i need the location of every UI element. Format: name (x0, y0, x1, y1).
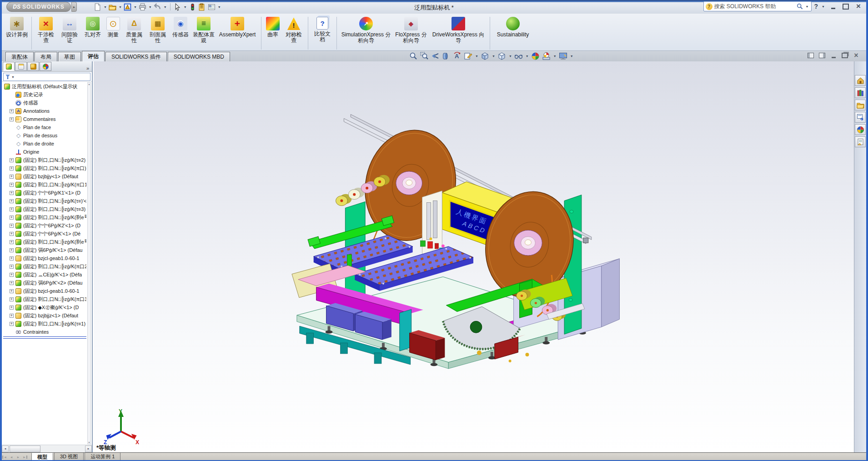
last-study-icon[interactable] (22, 454, 28, 460)
publish-dropdown-icon[interactable] (134, 5, 137, 9)
curvature-button[interactable]: 曲率 (264, 16, 282, 39)
view-settings-icon[interactable] (558, 51, 568, 61)
tab-layout[interactable]: 布局 (35, 52, 57, 61)
expand-icon[interactable] (10, 224, 14, 228)
document-close-button[interactable] (853, 52, 860, 59)
sketch-settings-icon[interactable] (463, 51, 473, 61)
tree-item[interactable]: (固定) 㣺㣺6Pġ/K'<1> (Dé (3, 230, 86, 238)
tree-item[interactable]: (固定) 㣂6Pġ/K'<1> (Défau (3, 246, 86, 254)
next-study-icon[interactable] (15, 454, 21, 460)
tree-item[interactable]: (固定) ㅛCE|ġ/K'<1> (Défa (3, 271, 86, 279)
tree-horizontal-scrollbar[interactable] (2, 445, 92, 452)
scroll-left-icon[interactable] (2, 446, 9, 452)
solidworks-logo[interactable]: DS SOLIDWORKS (6, 2, 71, 12)
maximize-button[interactable] (841, 2, 851, 10)
driveworksxpress-button[interactable]: DriveWorksXpress 向导 (429, 16, 487, 45)
view-palette-icon[interactable] (855, 112, 866, 123)
tree-item[interactable]: (固定) 㔀口,口N□╠zġ/K(㔀e╙ġ (3, 238, 86, 246)
tree-item[interactable]: (固定) 㣂6Pġ/K'<2> (Défau (3, 279, 86, 287)
dynamic-annotation-views-icon[interactable]: A (452, 51, 462, 61)
display-style-icon[interactable] (497, 51, 507, 61)
expand-icon[interactable] (10, 273, 14, 277)
logo-chevron-icon[interactable] (71, 2, 77, 12)
expand-icon[interactable] (10, 215, 14, 220)
tree-item[interactable]: (固定) 㔀口,口N□╠zġ/K(㔀e╙ġ (3, 213, 86, 221)
tree-item[interactable]: (固定) 㔀口,口N□╠zġ/K(π口3) (3, 295, 86, 303)
solidworks-resources-icon[interactable] (855, 75, 866, 86)
tree-vertical-scrollbar[interactable] (87, 82, 91, 444)
document-restore-button[interactable] (841, 52, 848, 59)
expand-icon[interactable] (10, 183, 14, 187)
expand-icon[interactable] (10, 232, 14, 236)
sketch-settings-dropdown-icon[interactable] (475, 55, 478, 58)
expand-icon[interactable] (10, 166, 14, 170)
open-button[interactable] (108, 2, 117, 12)
tab-solidworks-addins[interactable]: SOLIDWORKS 插件 (105, 52, 167, 61)
hole-alignment-button[interactable]: 孔对齐 (81, 16, 104, 39)
tree-item[interactable]: (固定) bzjbjjz<1> (Défaut (3, 311, 86, 320)
search-dropdown-icon[interactable] (806, 5, 809, 8)
section-view-icon[interactable] (442, 51, 451, 61)
help-dropdown-icon[interactable] (822, 5, 825, 8)
previous-view-icon[interactable] (431, 51, 440, 61)
tree-item[interactable]: (固定) 㣺㣺6Pġ/K1'<1> (D (3, 189, 86, 197)
compare-documents-button[interactable]: 比较文档 (311, 16, 334, 44)
tree-filter-input[interactable] (3, 73, 90, 81)
tab-solidworks-mbd[interactable]: SOLIDWORKS MBD (168, 52, 230, 61)
tree-item[interactable]: Commentaires (3, 115, 86, 123)
select-dropdown-icon[interactable] (184, 5, 187, 9)
previous-study-icon[interactable] (8, 454, 15, 460)
expand-icon[interactable] (10, 158, 14, 162)
design-study-button[interactable]: 设计算例 (5, 16, 29, 39)
appearances-scenes-icon[interactable] (855, 124, 866, 135)
expand-icon[interactable] (10, 248, 14, 252)
close-button[interactable] (853, 2, 863, 10)
options-dropdown-icon[interactable] (218, 5, 221, 9)
expand-icon[interactable] (10, 175, 14, 179)
expand-icon[interactable] (10, 199, 14, 203)
expand-icon[interactable] (10, 265, 14, 269)
new-dropdown-icon[interactable] (104, 5, 107, 9)
print-dropdown-icon[interactable] (149, 5, 152, 9)
mass-properties-button[interactable]: 质量属性 (122, 16, 146, 45)
view-settings-dropdown-icon[interactable] (570, 55, 573, 58)
simulationxpress-button[interactable]: SimulationXpress 分析向导 (339, 16, 393, 45)
view-orientation-dropdown-icon[interactable] (492, 55, 495, 58)
filter-dropdown-icon[interactable] (11, 75, 15, 79)
tree-item[interactable]: (固定) 㔀口,口N□╠zġ/K(π口)' (3, 164, 86, 172)
zoom-to-fit-icon[interactable] (409, 51, 418, 61)
graphics-viewport[interactable]: 人機界面 ABCD (94, 61, 854, 452)
file-properties-button[interactable] (198, 2, 206, 12)
minimize-button[interactable] (828, 2, 838, 10)
tree-item[interactable]: 历史记录 (3, 90, 86, 99)
expand-icon[interactable] (10, 297, 14, 301)
expand-icon[interactable] (10, 314, 14, 318)
new-document-button[interactable] (93, 2, 102, 12)
tree-item[interactable]: (固定) 㣺㣺6Pġ/K2'<1> (D (3, 221, 86, 230)
tree-item[interactable]: (固定) ◆X㊣㣸ġ/K'<1> (D (3, 303, 86, 311)
expand-icon[interactable] (10, 117, 14, 121)
search-box[interactable] (703, 1, 812, 11)
apply-scene-icon[interactable] (542, 51, 551, 61)
file-explorer-icon[interactable] (855, 100, 866, 110)
clearance-verification-button[interactable]: 间隙验证 (58, 16, 81, 45)
tab-assembly[interactable]: 装配体 (5, 52, 34, 61)
expand-icon[interactable] (10, 322, 14, 326)
tree-item[interactable]: Plan de face (3, 123, 86, 131)
undo-button[interactable] (153, 2, 162, 12)
apply-scene-dropdown-icon[interactable] (553, 55, 557, 58)
tree-item-root[interactable]: 泛用型贴标机 (Défaut<显示状 (3, 82, 86, 90)
sensor-button[interactable]: 传感器 (170, 16, 191, 39)
first-study-icon[interactable] (1, 454, 8, 460)
tab-featuremanager-tree[interactable] (3, 62, 15, 71)
view-orientation-icon[interactable] (480, 51, 490, 61)
tree-item[interactable]: (固定) bzjbjjy<1> (Défaut (3, 172, 86, 180)
expand-icon[interactable] (10, 109, 14, 113)
expand-icon[interactable] (10, 281, 14, 285)
tree-item[interactable]: Plan de droite (3, 140, 86, 148)
reference-triad[interactable]: Y X Z (104, 408, 142, 446)
tree-item[interactable]: (固定) 㔀口,口N□╠zġ/K(τ≡1) (3, 320, 86, 328)
search-icon[interactable] (797, 3, 803, 10)
tree-item[interactable]: Contraintes (3, 328, 86, 336)
tree-item[interactable]: (固定) 㔀口,口N□╠zġ/K(τ≡3) (3, 205, 86, 213)
